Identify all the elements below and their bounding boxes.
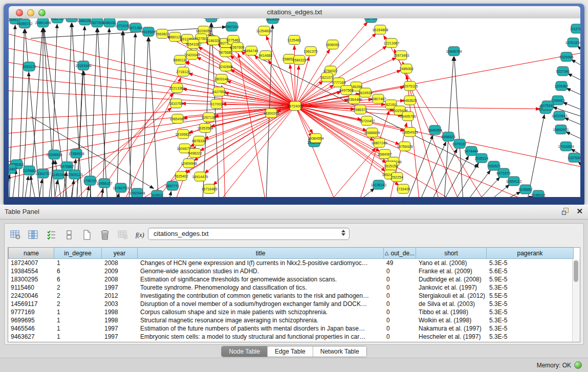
table-cell[interactable]: Structural magnetic resonance image aver… — [138, 316, 384, 324]
graph-node[interactable]: 3624534 — [358, 88, 372, 97]
table-cell[interactable]: 22420046 — [8, 292, 54, 300]
graph-node[interactable]: 8813054 — [266, 18, 279, 24]
graph-node[interactable]: 8958923 — [441, 132, 455, 141]
window-titlebar[interactable]: citations_edges.txt — [9, 6, 580, 19]
graph-node[interactable]: 2935114 — [475, 154, 489, 163]
table-cell[interactable]: 5.3E-5 — [487, 333, 574, 341]
table-cell[interactable]: 5.3E-5 — [487, 324, 574, 333]
table-cell[interactable]: 5.9E-5 — [487, 275, 574, 283]
graph-node[interactable]: 8454749 — [244, 46, 258, 55]
table-row[interactable]: 1872400712008Changes of HCN gene express… — [8, 259, 580, 267]
graph-node[interactable]: 18807249 — [371, 138, 387, 147]
graph-edge[interactable] — [142, 37, 148, 197]
graph-node[interactable]: 11254818 — [256, 26, 272, 35]
graph-edge[interactable] — [90, 28, 97, 197]
graph-node[interactable]: 252254 — [391, 172, 403, 182]
graph-edge[interactable] — [328, 148, 376, 197]
table-cell[interactable]: 2008 — [102, 275, 138, 283]
graph-edge[interactable] — [169, 191, 171, 197]
table-cell[interactable]: 5.3E-5 — [487, 316, 574, 324]
graph-node[interactable]: 15751874 — [565, 38, 580, 47]
table-cell[interactable]: 5.6E-5 — [487, 267, 574, 275]
table-row[interactable]: 969969511998Structural magnetic resonanc… — [8, 316, 580, 324]
graph-node[interactable]: 9245032 — [531, 190, 545, 197]
graph-node[interactable]: 917003 — [210, 99, 222, 108]
graph-edge[interactable] — [454, 163, 478, 197]
column-header-title[interactable]: title — [138, 248, 384, 259]
graph-node[interactable]: 8427552 — [212, 87, 226, 96]
table-cell[interactable]: Tibbo et al. (1998) — [416, 308, 487, 316]
table-cell[interactable]: 0 — [384, 333, 416, 341]
table-cell[interactable]: Yano et al. (2008) — [416, 259, 487, 267]
graph-node[interactable]: 1145194 — [52, 170, 66, 179]
table-cell[interactable]: Dudbridge et al. (2008) — [416, 275, 487, 283]
import-table-icon[interactable] — [117, 229, 128, 241]
table-cell[interactable]: 9699695 — [8, 316, 54, 324]
graph-edge[interactable] — [86, 186, 89, 197]
graph-node[interactable]: 26495796 — [400, 112, 416, 121]
table-row[interactable]: 2242004622012Investigating the contribut… — [8, 292, 580, 300]
graph-node[interactable]: 9875685 — [219, 48, 232, 57]
graph-edge[interactable] — [295, 22, 367, 106]
graph-edge[interactable] — [185, 62, 295, 106]
table-cell[interactable]: 6 — [54, 275, 102, 283]
graph-node[interactable]: 12213363 — [169, 83, 185, 93]
graph-edge[interactable] — [30, 176, 36, 197]
table-settings-icon[interactable] — [10, 229, 21, 241]
table-cell[interactable]: 0 — [384, 300, 416, 308]
graph-node[interactable]: 6379197 — [452, 139, 466, 148]
close-panel-icon[interactable]: ✕ — [576, 207, 583, 215]
graph-node[interactable]: 19654985 — [169, 114, 185, 123]
table-cell[interactable]: 5.3E-5 — [487, 259, 574, 267]
table-cell[interactable]: 14569117 — [8, 300, 54, 308]
table-cell[interactable]: 49 — [384, 259, 416, 267]
graph-node[interactable]: 1810755 — [169, 99, 183, 108]
graph-node[interactable]: 1112786 — [570, 24, 580, 33]
table-cell[interactable]: Genome-wide association studies in ADHD. — [138, 267, 384, 275]
table-cell[interactable]: 0 — [384, 324, 416, 333]
graph-edge[interactable] — [467, 170, 490, 197]
column-header-out_de[interactable]: △out_de... — [384, 248, 416, 259]
table-row[interactable]: 977716911998Corpus callosum shape and si… — [8, 308, 580, 316]
table-cell[interactable]: 2012 — [102, 292, 138, 300]
table-source-select[interactable]: citations_edges.txt — [148, 228, 350, 240]
graph-edge[interactable] — [25, 176, 28, 197]
graph-node[interactable]: 20153346 — [75, 61, 91, 70]
table-columns-icon[interactable] — [28, 229, 39, 241]
graph-node[interactable]: 9414682 — [258, 51, 272, 60]
table-cell[interactable]: 0 — [384, 292, 416, 300]
graph-node[interactable]: 1733426 — [396, 184, 410, 193]
graph-node[interactable]: 9857771 — [165, 181, 179, 190]
graph-node[interactable]: 17359928 — [68, 149, 84, 158]
graph-node[interactable]: 12409948 — [181, 159, 197, 168]
graph-node[interactable]: 12975115 — [402, 81, 418, 91]
table-cell[interactable]: 9465546 — [8, 324, 54, 333]
table-row[interactable]: 946362711997Embryonic stem cells: a mode… — [8, 333, 580, 341]
graph-node[interactable]: 19654923 — [402, 127, 418, 137]
graph-edge[interactable] — [564, 118, 580, 128]
table-cell[interactable]: 18300295 — [8, 275, 54, 283]
table-cell[interactable]: 2 — [54, 283, 102, 292]
graph-node[interactable]: 1115683 — [23, 166, 36, 175]
graph-node[interactable]: 1795725 — [83, 176, 97, 185]
graph-edge[interactable] — [566, 132, 580, 142]
graph-node[interactable]: 20364486 — [346, 95, 362, 104]
graph-edge[interactable] — [444, 57, 453, 197]
graph-edge[interactable] — [129, 33, 136, 197]
graph-edge[interactable] — [568, 74, 580, 84]
graph-node[interactable]: 2053170 — [22, 62, 36, 71]
graph-node[interactable]: 2803144 — [214, 74, 228, 83]
graph-hub-node[interactable]: 18724007 — [287, 101, 303, 111]
graph-node[interactable]: 9890131 — [173, 55, 187, 64]
graph-node[interactable]: 1225481 — [287, 35, 301, 45]
graph-node[interactable]: 19756928 — [397, 142, 412, 151]
table-cell[interactable]: 6 — [54, 267, 102, 275]
table-cell[interactable]: Changes of HCN gene expression and I(f) … — [138, 259, 384, 267]
graph-node[interactable]: 1961375 — [303, 47, 317, 56]
graph-edge[interactable] — [12, 170, 16, 197]
graph-node[interactable]: 1615152 — [384, 161, 398, 170]
table-cell[interactable]: Embryonic stem cells: a model to study s… — [138, 333, 384, 341]
table-cell[interactable]: Disruption of a novel member of a sodium… — [138, 300, 384, 308]
column-header-name[interactable]: name — [8, 248, 54, 259]
graph-edge[interactable] — [454, 57, 463, 197]
